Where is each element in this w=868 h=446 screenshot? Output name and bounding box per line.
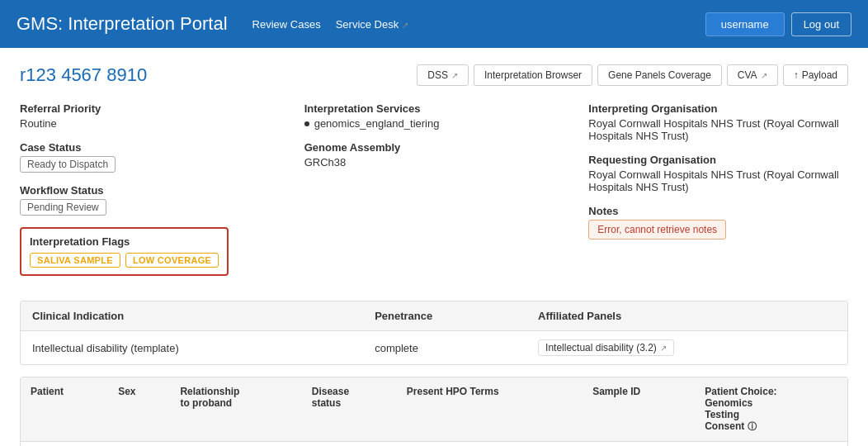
notes-label: Notes (588, 205, 848, 217)
interpretation-flags-box: Interpretation Flags SALIVA SAMPLE LOW C… (20, 227, 229, 276)
workflow-status-label: Workflow Status (20, 184, 280, 197)
referral-priority-label: Referral Priority (20, 102, 280, 115)
penetrance-cell: complete (363, 331, 526, 365)
sex-header: Sex (108, 377, 170, 442)
case-status-section: Case Status Ready to Dispatch (20, 141, 280, 173)
table-row: Intellectual disability (template) compl… (21, 331, 847, 365)
payload-upload-icon: ↑ (794, 69, 799, 81)
main-content: r123 4567 8910 DSS ↗ Interpretation Brow… (0, 48, 868, 446)
flag-saliva-sample: SALIVA SAMPLE (30, 253, 120, 268)
username-button[interactable]: username (705, 12, 785, 36)
workflow-status-badge: Pending Review (20, 199, 106, 216)
app-title: GMS: Interpretation Portal (17, 13, 228, 35)
affiliated-panels-header: Affiliated Panels (526, 301, 847, 331)
requesting-org-section: Requesting Organisation Royal Cornwall H… (588, 154, 848, 193)
patient-table: Patient Sex Relationshipto proband Disea… (20, 377, 848, 446)
interpreting-org-label: Interpreting Organisation (588, 102, 848, 115)
requesting-org-value: Royal Cornwall Hospitals NHS Trust (Roya… (588, 168, 848, 193)
notes-error-badge: Error, cannot retrieve notes (588, 220, 726, 240)
header-user-area: username Log out (705, 12, 851, 36)
relationship-header: Relationshipto proband (170, 377, 301, 442)
requesting-org-label: Requesting Organisation (588, 154, 848, 166)
nav-review-cases[interactable]: Review Cases (252, 18, 321, 31)
case-toolbar: DSS ↗ Interpretation Browser Gene Panels… (417, 64, 848, 86)
patient-choice-header: Patient Choice:GenomicsTestingConsent ⓘ (695, 377, 847, 442)
case-status-badge: Ready to Dispatch (20, 156, 116, 173)
nav-service-desk[interactable]: Service Desk ↗ (336, 18, 408, 31)
notes-section: Notes Error, cannot retrieve notes (588, 205, 848, 240)
hpo-terms-header: Present HPO Terms (397, 377, 583, 442)
app-header: GMS: Interpretation Portal Review Cases … (0, 0, 868, 48)
logout-button[interactable]: Log out (791, 12, 851, 36)
cva-button[interactable]: CVA ↗ (727, 64, 778, 86)
flags-row: SALIVA SAMPLE LOW COVERAGE (30, 253, 219, 268)
patient-header: Patient (21, 377, 108, 442)
flag-low-coverage: LOW COVERAGE (125, 253, 219, 268)
interpretation-services-label: Interpretation Services (304, 102, 564, 115)
panel-external-icon: ↗ (660, 344, 667, 353)
sample-id-header: Sample ID (583, 377, 695, 442)
dss-button[interactable]: DSS ↗ (417, 64, 469, 86)
info-col-middle: Interpretation Services genomics_england… (304, 102, 564, 287)
payload-button[interactable]: ↑ Payload (783, 64, 848, 86)
genome-assembly-label: Genome Assembly (304, 141, 564, 154)
dss-external-icon: ↗ (451, 71, 458, 80)
interpreting-org-section: Interpreting Organisation Royal Cornwall… (588, 102, 848, 142)
disease-status-header: Diseasestatus (302, 377, 397, 442)
workflow-status-section: Workflow Status Pending Review (20, 184, 280, 216)
affiliated-panel-link[interactable]: Intellectual disability (3.2) ↗ (538, 339, 674, 356)
cva-external-icon: ↗ (761, 71, 767, 80)
case-header-row: r123 4567 8910 DSS ↗ Interpretation Brow… (20, 64, 848, 86)
info-grid: Referral Priority Routine Case Status Re… (20, 102, 848, 287)
service-value: genomics_england_tiering (314, 117, 440, 130)
interpretation-browser-button[interactable]: Interpretation Browser (474, 64, 592, 86)
info-col-left: Referral Priority Routine Case Status Re… (20, 102, 280, 287)
genome-assembly-section: Genome Assembly GRCh38 (304, 141, 564, 168)
service-item: genomics_england_tiering (304, 117, 564, 130)
bullet-dot (304, 121, 309, 126)
penetrance-header: Penetrance (363, 301, 526, 331)
referral-priority-section: Referral Priority Routine (20, 102, 280, 130)
clinical-indication-table: Clinical Indication Penetrance Affiliate… (20, 301, 848, 365)
external-link-icon: ↗ (402, 21, 408, 30)
case-status-label: Case Status (20, 141, 280, 154)
case-id: r123 4567 8910 (20, 64, 147, 86)
interpreting-org-value: Royal Cornwall Hospitals NHS Trust (Roya… (588, 117, 848, 142)
clinical-indication-header: Clinical Indication (21, 301, 363, 331)
interpretation-services-section: Interpretation Services genomics_england… (304, 102, 564, 130)
main-nav: Review Cases Service Desk ↗ (252, 18, 705, 31)
clinical-indication-cell: Intellectual disability (template) (21, 331, 363, 365)
referral-priority-value: Routine (20, 117, 280, 130)
genome-assembly-value: GRCh38 (304, 156, 564, 168)
patient-row-empty (21, 442, 847, 447)
info-col-right: Interpreting Organisation Royal Cornwall… (588, 102, 848, 287)
gene-panels-coverage-button[interactable]: Gene Panels Coverage (597, 64, 722, 86)
interpretation-flags-section: Interpretation Flags SALIVA SAMPLE LOW C… (20, 227, 280, 276)
interpretation-flags-label: Interpretation Flags (30, 235, 219, 248)
affiliated-panels-cell: Intellectual disability (3.2) ↗ (526, 331, 847, 365)
